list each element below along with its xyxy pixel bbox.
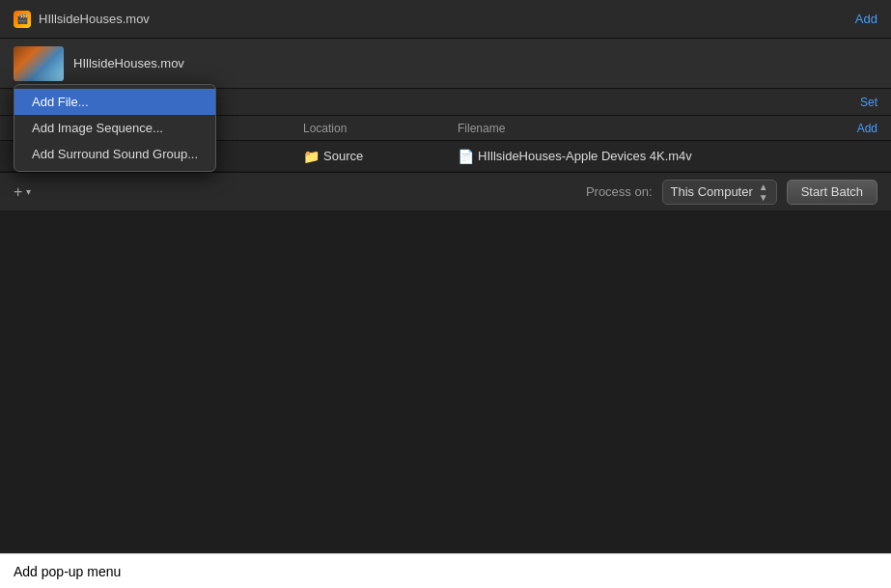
thumbnail [14,46,64,81]
popup-item-add-image-sequence[interactable]: Add Image Sequence... [14,115,215,141]
row-location-label: Source [323,149,363,163]
bottom-right: Process on: This Computer ▲ ▼ Start Batc… [586,180,877,205]
row-location: 📁 Source [303,149,458,164]
process-selector[interactable]: This Computer ▲ ▼ [662,180,777,205]
row-filename-label: HIllsideHouses-Apple Devices 4K.m4v [478,149,692,163]
job-row: HIllsideHouses.mov [0,39,891,89]
window-title: HIllsideHouses.mov [39,12,150,26]
bottom-left: + ▾ [14,184,31,200]
chevron-button[interactable]: ▾ [26,186,31,197]
table-add-button[interactable]: Add [857,122,877,135]
popup-item-add-surround-sound[interactable]: Add Surround Sound Group... [14,141,215,167]
app-icon: 🎬 [14,11,31,28]
process-on-label: Process on: [586,184,653,199]
popup-item-add-file[interactable]: Add File... [14,89,215,115]
file-icon: 📄 [458,149,474,164]
col-location-header: Location [303,122,458,135]
job-filename: HIllsideHouses.mov [73,56,184,70]
popup-menu: Add File... Add Image Sequence... Add Su… [14,84,216,172]
bottom-bar: Add File... Add Image Sequence... Add Su… [0,172,891,210]
title-add-button[interactable]: Add [855,12,877,26]
main-area: HIllsideHouses.mov Captions Set Setting … [0,39,891,553]
title-bar: 🎬 HIllsideHouses.mov Add [0,0,891,39]
folder-icon: 📁 [303,149,320,164]
caption-text: Add pop-up menu [14,564,121,579]
col-filename-header: Filename [458,122,857,135]
title-bar-left: 🎬 HIllsideHouses.mov [14,11,150,28]
row-filename: 📄 HIllsideHouses-Apple Devices 4K.m4v [458,149,877,164]
captions-set-button[interactable]: Set [860,96,877,109]
plus-button[interactable]: + [14,184,22,200]
up-down-arrows: ▲ ▼ [759,182,768,203]
thumbnail-art [14,46,64,81]
screenshot-caption: Add pop-up menu [0,553,891,588]
process-value: This Computer [671,184,753,199]
start-batch-button[interactable]: Start Batch [787,180,877,205]
